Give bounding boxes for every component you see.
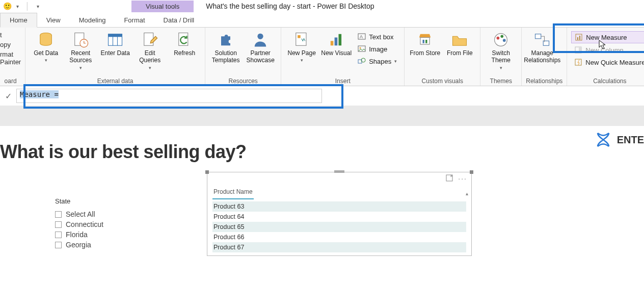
group-label-custom: Custom visuals	[409, 76, 476, 85]
formula-input[interactable]: Measure =	[16, 89, 322, 103]
column-header[interactable]: Product Name	[212, 185, 254, 199]
brand-logo: ENTE	[595, 131, 644, 148]
cylinder-icon	[37, 31, 55, 48]
group-label-resources: Resources	[209, 76, 277, 85]
table-row[interactable]: Product 64	[212, 212, 466, 222]
svg-point-18	[360, 47, 361, 49]
slicer-item[interactable]: Florida	[55, 229, 147, 240]
table-row[interactable]: Product 66	[212, 232, 466, 242]
quick-measure-icon	[574, 58, 582, 66]
scroll-up-icon[interactable]: ▴	[463, 191, 470, 196]
copy-button[interactable]: opy	[0, 41, 21, 48]
svg-rect-28	[535, 34, 541, 39]
bar-chart-icon	[327, 31, 345, 48]
group-label-insert: Insert	[285, 76, 400, 85]
svg-rect-30	[576, 34, 582, 40]
table-icon	[106, 31, 124, 48]
group-label-external: External data	[30, 76, 201, 85]
svg-rect-7	[144, 33, 153, 46]
from-file-button[interactable]: From File	[443, 29, 476, 59]
table-row[interactable]: Product 65	[212, 222, 466, 232]
shapes-icon	[358, 57, 366, 65]
svg-rect-31	[577, 37, 578, 40]
svg-rect-22	[423, 40, 424, 43]
switch-theme-button[interactable]: Switch Theme	[485, 29, 517, 73]
textbox-icon: A	[358, 33, 366, 41]
group-label-themes: Themes	[485, 76, 517, 85]
svg-rect-10	[296, 33, 306, 46]
more-options-icon[interactable]: ···	[458, 174, 467, 183]
image-button[interactable]: Image	[355, 43, 400, 55]
window-title: What's the best selling day - start - Po…	[206, 2, 374, 10]
measure-icon	[575, 33, 583, 41]
cut-button[interactable]: t	[0, 31, 21, 39]
svg-rect-14	[339, 34, 342, 46]
from-store-button[interactable]: From Store	[409, 29, 441, 59]
slicer-item[interactable]: Georgia	[55, 240, 147, 250]
slicer-item[interactable]: Select All	[55, 209, 147, 219]
text-box-button[interactable]: A Text box	[355, 31, 400, 42]
recent-sources-button[interactable]: Recent Sources	[64, 29, 97, 73]
partner-showcase-button[interactable]: Partner Showcase	[244, 29, 277, 66]
new-quick-measure-button[interactable]: New Quick Measure	[571, 57, 644, 68]
formula-bar: ✓ Measure =	[0, 86, 644, 106]
checkbox-icon[interactable]	[55, 211, 62, 218]
svg-point-25	[497, 37, 500, 40]
dropdown-icon[interactable]: ▾	[13, 2, 21, 10]
commit-check-icon[interactable]: ✓	[0, 91, 16, 101]
contextual-tab-label: Visual tools	[131, 1, 194, 12]
folder-icon	[450, 31, 469, 48]
manage-relationships-button[interactable]: Manage Relationships	[526, 29, 558, 66]
new-visual-button[interactable]: New Visual	[320, 29, 353, 59]
report-canvas[interactable]: What is our best selling day? ENTE State…	[0, 126, 644, 282]
svg-point-9	[258, 34, 263, 39]
solution-templates-button[interactable]: Solution Templates	[209, 29, 242, 66]
state-slicer[interactable]: State Select All Connecticut Florida Geo…	[55, 197, 147, 250]
slicer-item[interactable]: Connecticut	[55, 219, 147, 229]
tab-home[interactable]: Home	[0, 13, 37, 28]
svg-rect-4	[109, 34, 122, 37]
qat-overflow-icon[interactable]: ▾	[34, 2, 42, 10]
new-page-button[interactable]: New Page	[285, 29, 318, 65]
slicer-title: State	[55, 197, 147, 205]
svg-rect-32	[579, 36, 580, 40]
relationship-icon	[533, 31, 551, 48]
table-row[interactable]: Product 67	[212, 242, 466, 252]
document-clock-icon	[71, 31, 90, 48]
checkbox-icon[interactable]	[55, 221, 62, 228]
svg-rect-34	[579, 47, 581, 53]
svg-point-26	[501, 35, 504, 38]
tab-modeling[interactable]: Modeling	[70, 13, 115, 27]
shapes-button[interactable]: Shapes	[355, 56, 400, 67]
product-table-visual[interactable]: ··· Product Name Product 63 Product 64 P…	[207, 172, 472, 256]
ribbon: t opy rmat Painter oard Get Data Recent …	[0, 28, 644, 86]
image-icon	[358, 45, 366, 53]
focus-mode-icon[interactable]	[446, 174, 453, 183]
format-painter-button[interactable]: rmat Painter	[0, 50, 21, 66]
edit-queries-button[interactable]: Edit Queries	[133, 29, 166, 73]
store-icon	[416, 31, 434, 48]
svg-text:A: A	[360, 34, 363, 39]
svg-rect-13	[335, 38, 338, 46]
tab-data-drill[interactable]: Data / Drill	[154, 13, 204, 27]
tab-view[interactable]: View	[37, 13, 70, 27]
scrollbar[interactable]: ▴	[463, 191, 470, 253]
get-data-button[interactable]: Get Data	[30, 29, 62, 65]
smiley-icon[interactable]: 🙂	[3, 2, 11, 10]
refresh-icon	[175, 31, 194, 48]
svg-rect-23	[425, 40, 427, 43]
report-title: What is our best selling day?	[0, 141, 644, 163]
refresh-button[interactable]: Refresh	[168, 29, 201, 59]
enter-data-button[interactable]: Enter Data	[99, 29, 131, 59]
new-column-button[interactable]: New Column	[571, 44, 644, 56]
svg-rect-11	[298, 35, 301, 38]
document-pencil-icon	[141, 31, 159, 48]
table-row[interactable]: Product 63	[212, 201, 466, 212]
column-icon	[574, 46, 582, 54]
checkbox-icon[interactable]	[55, 242, 62, 248]
puzzle-icon	[217, 31, 235, 48]
tab-format[interactable]: Format	[115, 13, 154, 27]
new-measure-button[interactable]: New Measure	[571, 31, 644, 43]
separator-icon: │	[23, 2, 32, 10]
checkbox-icon[interactable]	[55, 232, 62, 238]
